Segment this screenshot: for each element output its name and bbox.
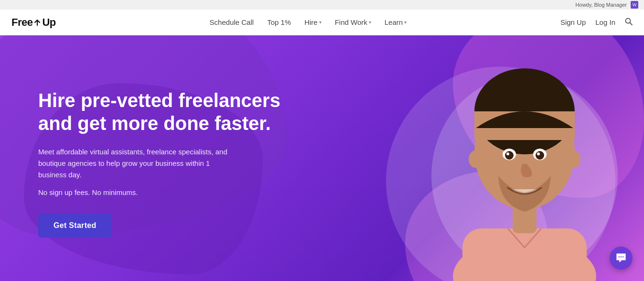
svg-point-14: [536, 151, 544, 160]
svg-rect-4: [462, 228, 587, 281]
top-bar-label: Howdy, Blog Manager: [576, 2, 627, 8]
svg-point-19: [623, 256, 623, 257]
hero-title: Hire pre-vetted freelancers and get more…: [38, 89, 315, 135]
nav-learn[interactable]: Learn ▾: [385, 18, 407, 26]
hero-no-fees: No sign up fees. No minimums.: [38, 188, 315, 196]
svg-point-18: [621, 256, 622, 257]
nav-top-1-percent[interactable]: Top 1%: [267, 18, 291, 26]
hero-description: Meet affordable virtual assistants, free…: [38, 146, 239, 181]
nav-right: Sign Up Log In: [560, 18, 633, 27]
hero-person: [424, 42, 625, 281]
hire-chevron-icon: ▾: [319, 20, 322, 25]
top-bar: Howdy, Blog Manager W: [0, 0, 644, 10]
chat-bubble-button[interactable]: [610, 247, 633, 270]
search-icon: [625, 18, 633, 25]
svg-line-1: [630, 22, 632, 25]
main-nav: Schedule Call Top 1% Hire ▾ Find Work ▾ …: [210, 18, 407, 26]
svg-point-13: [505, 151, 514, 160]
chat-icon: [616, 253, 626, 263]
hero-image-area: [357, 35, 644, 281]
svg-point-9: [469, 151, 482, 168]
login-link[interactable]: Log In: [595, 18, 615, 26]
hero-section: Hire pre-vetted freelancers and get more…: [0, 35, 644, 281]
svg-point-16: [537, 152, 540, 155]
nav-hire[interactable]: Hire ▾: [304, 18, 322, 26]
svg-point-15: [506, 152, 509, 155]
get-started-button[interactable]: Get Started: [38, 214, 112, 238]
logo-arrow-icon: [33, 18, 42, 27]
logo[interactable]: Free Up: [11, 16, 56, 29]
header: Free Up Schedule Call Top 1% Hire ▾ Find…: [0, 10, 644, 35]
svg-point-10: [567, 151, 580, 168]
nav-find-work[interactable]: Find Work ▾: [335, 18, 371, 26]
signup-link[interactable]: Sign Up: [560, 18, 586, 26]
svg-point-17: [619, 256, 620, 257]
nav-schedule-call[interactable]: Schedule Call: [210, 18, 254, 26]
top-bar-badge: W: [631, 1, 638, 9]
hero-text: Hire pre-vetted freelancers and get more…: [38, 89, 315, 238]
search-button[interactable]: [625, 18, 633, 27]
find-work-chevron-icon: ▾: [369, 20, 371, 25]
learn-chevron-icon: ▾: [404, 20, 407, 25]
